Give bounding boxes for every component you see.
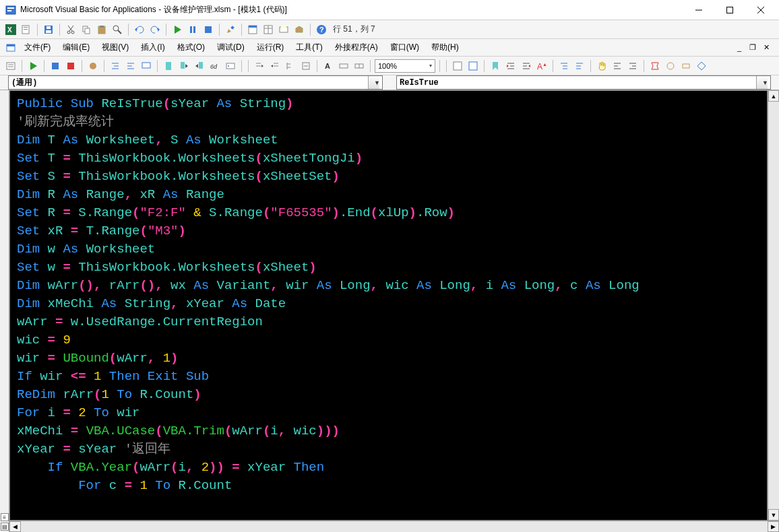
watch-window-icon[interactable]	[224, 59, 237, 73]
menu-tools[interactable]: 工具(T)	[290, 40, 328, 55]
align-right-icon[interactable]	[626, 59, 640, 73]
svg-point-23	[113, 26, 119, 31]
mdi-close-button[interactable]: ✕	[760, 42, 772, 53]
bookmark-prev-icon[interactable]	[193, 59, 206, 73]
object-browser-icon[interactable]	[277, 23, 290, 36]
menu-edit[interactable]: 编辑(E)	[57, 40, 95, 55]
svg-rect-14	[46, 30, 51, 33]
scroll-up-button[interactable]: ▲	[768, 90, 779, 102]
scroll-down-button[interactable]: ▼	[768, 509, 779, 521]
param-info-icon[interactable]	[337, 59, 350, 73]
indent2-icon[interactable]	[557, 59, 571, 73]
toolbox-icon[interactable]	[292, 23, 306, 36]
align-left-icon[interactable]	[611, 59, 624, 73]
undo-icon[interactable]	[133, 23, 146, 36]
macro-icon[interactable]	[648, 59, 662, 73]
zoom-value: 100%	[378, 62, 397, 70]
menu-file[interactable]: 文件(F)	[19, 40, 56, 55]
menu-window[interactable]: 窗口(W)	[385, 40, 425, 55]
svg-marker-26	[158, 28, 160, 32]
collapse-icon[interactable]	[299, 59, 313, 73]
design-mode-icon[interactable]	[224, 23, 237, 36]
macro4-icon[interactable]	[695, 59, 708, 73]
menu-run[interactable]: 运行(R)	[251, 40, 290, 55]
project-explorer-icon[interactable]	[246, 23, 259, 36]
toggle-breakpoint-icon[interactable]	[86, 59, 100, 73]
code-area: ≡ ▤ Public Sub ReIsTrue(sYear As String)…	[0, 90, 779, 532]
svg-marker-109	[697, 62, 706, 70]
outdent2-icon[interactable]	[573, 59, 586, 73]
step-into-icon[interactable]	[26, 59, 40, 73]
list-properties-icon[interactable]	[4, 59, 18, 73]
complete-word-icon[interactable]	[352, 59, 366, 73]
macro3-icon[interactable]	[679, 59, 693, 73]
comment-icon[interactable]	[139, 59, 153, 73]
stop-icon[interactable]	[49, 59, 62, 73]
paste-icon[interactable]	[95, 23, 108, 36]
mdi-controls: _ ❐ ✕	[733, 42, 775, 53]
system-menu-icon[interactable]	[4, 41, 18, 55]
indent-icon[interactable]	[108, 59, 122, 73]
bookmark-icon[interactable]	[162, 59, 175, 73]
close-button[interactable]	[745, 0, 776, 20]
help-icon[interactable]: ?	[315, 23, 328, 36]
svg-marker-106	[652, 63, 658, 69]
scroll-left-button[interactable]: ◀	[9, 521, 21, 532]
cut-icon[interactable]	[64, 23, 77, 36]
view-code-icon[interactable]	[451, 59, 464, 73]
redo-icon[interactable]	[148, 23, 162, 36]
reset2-icon[interactable]	[64, 59, 77, 73]
find-icon[interactable]	[111, 23, 124, 36]
hscroll-track[interactable]	[21, 521, 768, 532]
list-members-icon[interactable]: A	[321, 59, 335, 73]
mdi-restore-button[interactable]: ❐	[747, 42, 759, 53]
save-icon[interactable]	[42, 23, 55, 36]
properties-window-icon[interactable]	[261, 23, 275, 36]
break-icon[interactable]	[186, 23, 199, 36]
svg-rect-29	[193, 26, 195, 33]
menu-insert[interactable]: 插入(I)	[135, 40, 170, 55]
svg-text:A: A	[325, 62, 330, 70]
scroll-right-button[interactable]: ▶	[768, 521, 779, 532]
menu-addins[interactable]: 外接程序(A)	[330, 40, 383, 55]
procedure-view-button[interactable]: ≡	[1, 513, 9, 521]
code-text[interactable]: Public Sub ReIsTrue(sYear As String) '刷新…	[10, 91, 767, 499]
increase-indent-icon[interactable]	[504, 59, 518, 73]
svg-text:X: X	[7, 26, 12, 34]
tab-icon[interactable]	[253, 59, 266, 73]
hand-icon[interactable]	[595, 59, 609, 73]
bookmark-next-icon[interactable]	[177, 59, 191, 73]
quick-watch-icon[interactable]: 6d	[208, 59, 222, 73]
excel-icon[interactable]: X	[4, 23, 18, 36]
tree-icon[interactable]	[284, 59, 297, 73]
full-module-view-button[interactable]: ▤	[1, 523, 9, 531]
procedure-dropdown[interactable]: ReIsTrue	[396, 75, 771, 90]
menu-format[interactable]: 格式(O)	[172, 40, 210, 55]
reset-icon[interactable]	[201, 23, 215, 36]
copy-icon[interactable]	[80, 23, 93, 36]
menu-help[interactable]: 帮助(H)	[426, 40, 464, 55]
bookmark-toggle-icon[interactable]	[489, 59, 502, 73]
decrease-indent-icon[interactable]	[520, 59, 533, 73]
view-object-icon[interactable]	[466, 59, 480, 73]
menu-view[interactable]: 视图(V)	[96, 40, 134, 55]
maximize-button[interactable]	[714, 0, 745, 20]
object-dropdown[interactable]: (通用)	[8, 75, 383, 90]
macro2-icon[interactable]	[664, 59, 677, 73]
svg-marker-83	[493, 62, 498, 70]
zoom-combo[interactable]: 100%	[375, 59, 435, 73]
run-icon[interactable]	[170, 23, 184, 36]
mdi-minimize-button[interactable]: _	[733, 42, 745, 53]
font-increase-icon[interactable]: A▲	[535, 59, 549, 73]
shift-tab-icon[interactable]	[268, 59, 282, 73]
insert-module-icon[interactable]	[20, 23, 33, 36]
code-editor[interactable]: Public Sub ReIsTrue(sYear As String) '刷新…	[9, 90, 768, 521]
outdent-icon[interactable]	[124, 59, 137, 73]
vertical-scrollbar[interactable]: ▲ ▼	[768, 90, 779, 521]
horizontal-scrollbar[interactable]: ◀ ▶	[9, 521, 779, 532]
minimize-button[interactable]	[683, 0, 714, 20]
svg-point-50	[90, 63, 96, 69]
menu-debug[interactable]: 调试(D)	[212, 40, 250, 55]
svg-rect-81	[454, 62, 462, 70]
vscroll-track[interactable]	[768, 102, 779, 509]
